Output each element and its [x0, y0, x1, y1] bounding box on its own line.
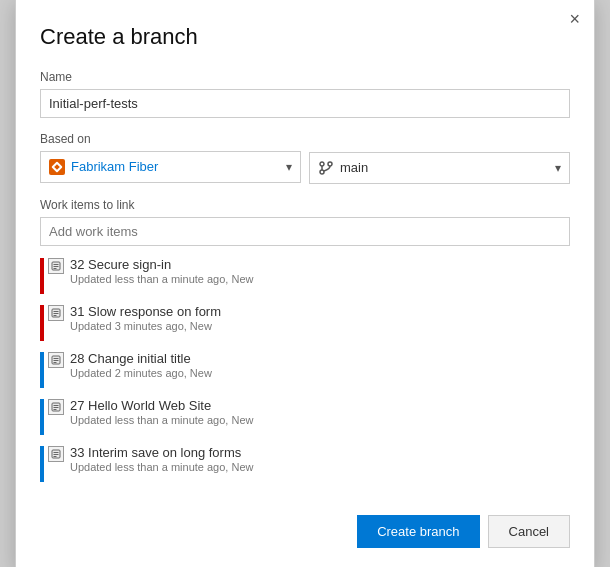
repo-dropdown[interactable]: Fabrikam Fiber [40, 151, 301, 183]
work-items-list: 32 Secure sign-in Updated less than a mi… [40, 252, 570, 487]
work-item-color-bar [40, 399, 44, 435]
work-item-title: 28 Change initial title [70, 351, 212, 366]
svg-rect-13 [54, 360, 59, 361]
svg-rect-4 [54, 264, 59, 265]
work-item-details: 28 Change initial title Updated 2 minute… [70, 351, 212, 379]
create-branch-button[interactable]: Create branch [357, 515, 479, 548]
work-item-meta: Updated less than a minute ago, New [70, 273, 253, 285]
work-item[interactable]: 27 Hello World Web Site Updated less tha… [40, 393, 570, 440]
svg-rect-5 [54, 266, 59, 267]
work-item-meta: Updated 2 minutes ago, New [70, 367, 212, 379]
svg-rect-6 [54, 268, 57, 269]
work-items-input[interactable] [40, 217, 570, 246]
svg-rect-9 [54, 313, 59, 314]
work-item-color-bar [40, 258, 44, 294]
work-item-icon [48, 399, 64, 415]
create-branch-dialog: × Create a branch Name Based on Fabrikam… [15, 0, 595, 567]
work-item-meta: Updated less than a minute ago, New [70, 414, 253, 426]
branch-name: main [340, 160, 368, 175]
svg-rect-22 [54, 456, 57, 457]
branch-dropdown[interactable]: main [309, 152, 570, 184]
svg-rect-18 [54, 409, 57, 410]
work-item-color-bar [40, 305, 44, 341]
work-item[interactable]: 33 Interim save on long forms Updated le… [40, 440, 570, 487]
cancel-button[interactable]: Cancel [488, 515, 570, 548]
svg-rect-17 [54, 407, 59, 408]
svg-rect-21 [54, 454, 59, 455]
work-item-meta: Updated less than a minute ago, New [70, 461, 253, 473]
svg-rect-12 [54, 358, 59, 359]
work-item[interactable]: 31 Slow response on form Updated 3 minut… [40, 299, 570, 346]
svg-rect-14 [54, 362, 57, 363]
repo-name: Fabrikam Fiber [71, 159, 158, 174]
work-item-details: 32 Secure sign-in Updated less than a mi… [70, 257, 253, 285]
dialog-footer: Create branch Cancel [40, 503, 570, 548]
work-item[interactable]: 32 Secure sign-in Updated less than a mi… [40, 252, 570, 299]
branch-name-input[interactable] [40, 89, 570, 118]
work-item[interactable]: 28 Change initial title Updated 2 minute… [40, 346, 570, 393]
svg-point-2 [320, 170, 324, 174]
work-item-icon [48, 352, 64, 368]
svg-rect-20 [54, 452, 59, 453]
work-item-title: 31 Slow response on form [70, 304, 221, 319]
name-label: Name [40, 70, 570, 84]
work-item-title: 27 Hello World Web Site [70, 398, 253, 413]
svg-rect-16 [54, 405, 59, 406]
work-item-icon [48, 305, 64, 321]
work-items-label: Work items to link [40, 198, 570, 212]
branch-icon [318, 160, 334, 176]
work-item-title: 32 Secure sign-in [70, 257, 253, 272]
work-item-details: 33 Interim save on long forms Updated le… [70, 445, 253, 473]
svg-rect-10 [54, 315, 57, 316]
svg-rect-8 [54, 311, 59, 312]
work-item-title: 33 Interim save on long forms [70, 445, 253, 460]
work-item-icon [48, 258, 64, 274]
work-item-icon [48, 446, 64, 462]
repo-icon [49, 159, 65, 175]
work-item-color-bar [40, 446, 44, 482]
work-item-meta: Updated 3 minutes ago, New [70, 320, 221, 332]
close-button[interactable]: × [569, 10, 580, 28]
work-item-details: 31 Slow response on form Updated 3 minut… [70, 304, 221, 332]
work-item-details: 27 Hello World Web Site Updated less tha… [70, 398, 253, 426]
based-on-label: Based on [40, 132, 301, 146]
svg-point-1 [328, 162, 332, 166]
dialog-title: Create a branch [40, 24, 570, 50]
svg-point-0 [320, 162, 324, 166]
work-item-color-bar [40, 352, 44, 388]
